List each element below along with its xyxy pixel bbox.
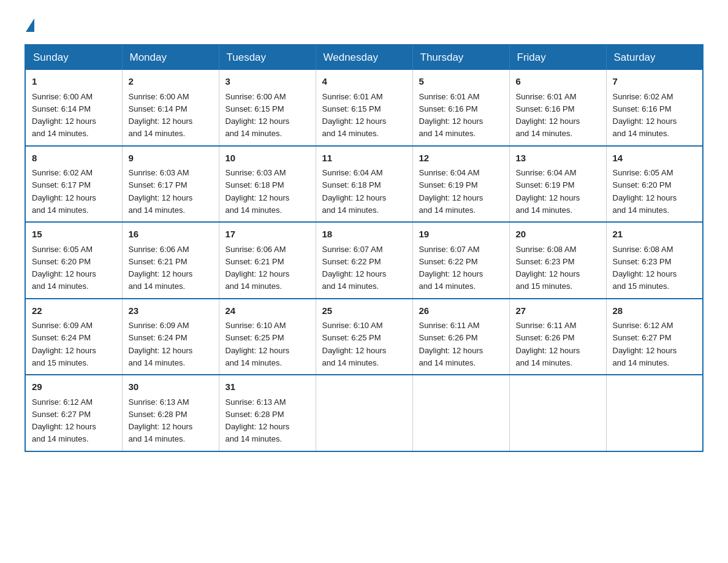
day-info: Sunrise: 6:04 AMSunset: 6:19 PMDaylight:… (419, 168, 483, 215)
day-info: Sunrise: 6:09 AMSunset: 6:24 PMDaylight:… (32, 321, 96, 367)
day-number: 7 (613, 75, 697, 89)
weekday-header-wednesday: Wednesday (316, 45, 412, 70)
calendar-week-row: 1Sunrise: 6:00 AMSunset: 6:14 PMDaylight… (25, 70, 703, 146)
logo (25, 18, 36, 32)
day-number: 25 (322, 304, 406, 318)
day-number: 2 (129, 75, 213, 89)
day-number: 9 (129, 151, 213, 166)
day-number: 30 (129, 380, 213, 394)
day-info: Sunrise: 6:13 AMSunset: 6:28 PMDaylight:… (226, 397, 290, 444)
day-info: Sunrise: 6:12 AMSunset: 6:27 PMDaylight:… (613, 321, 677, 367)
calendar-week-row: 15Sunrise: 6:05 AMSunset: 6:20 PMDayligh… (25, 222, 703, 299)
day-info: Sunrise: 6:06 AMSunset: 6:21 PMDaylight:… (129, 245, 193, 291)
calendar-cell: 20Sunrise: 6:08 AMSunset: 6:23 PMDayligh… (509, 222, 606, 299)
day-number: 20 (516, 228, 600, 242)
calendar-cell: 16Sunrise: 6:06 AMSunset: 6:21 PMDayligh… (122, 222, 219, 299)
day-info: Sunrise: 6:00 AMSunset: 6:15 PMDaylight:… (226, 92, 290, 139)
day-info: Sunrise: 6:08 AMSunset: 6:23 PMDaylight:… (613, 245, 677, 291)
day-number: 19 (419, 228, 503, 242)
calendar-header-row: SundayMondayTuesdayWednesdayThursdayFrid… (25, 45, 703, 70)
day-info: Sunrise: 6:04 AMSunset: 6:18 PMDaylight:… (322, 168, 387, 215)
day-info: Sunrise: 6:08 AMSunset: 6:23 PMDaylight:… (516, 245, 580, 291)
day-number: 1 (32, 75, 116, 89)
day-info: Sunrise: 6:00 AMSunset: 6:14 PMDaylight:… (129, 92, 193, 139)
calendar-week-row: 22Sunrise: 6:09 AMSunset: 6:24 PMDayligh… (25, 299, 703, 375)
day-info: Sunrise: 6:01 AMSunset: 6:15 PMDaylight:… (322, 92, 387, 139)
day-info: Sunrise: 6:13 AMSunset: 6:28 PMDaylight:… (129, 397, 193, 444)
logo-triangle-icon (26, 18, 34, 32)
day-number: 14 (613, 151, 697, 166)
day-number: 31 (226, 380, 309, 394)
page-header (25, 18, 703, 32)
day-info: Sunrise: 6:07 AMSunset: 6:22 PMDaylight:… (419, 245, 483, 291)
weekday-header-friday: Friday (509, 45, 606, 70)
day-number: 5 (419, 75, 503, 89)
calendar-cell: 23Sunrise: 6:09 AMSunset: 6:24 PMDayligh… (122, 299, 219, 375)
day-number: 24 (226, 304, 309, 318)
calendar-cell: 24Sunrise: 6:10 AMSunset: 6:25 PMDayligh… (219, 299, 316, 375)
day-info: Sunrise: 6:10 AMSunset: 6:25 PMDaylight:… (322, 321, 387, 367)
day-info: Sunrise: 6:11 AMSunset: 6:26 PMDaylight:… (419, 321, 483, 367)
calendar-cell: 8Sunrise: 6:02 AMSunset: 6:17 PMDaylight… (25, 146, 122, 223)
calendar-cell: 27Sunrise: 6:11 AMSunset: 6:26 PMDayligh… (509, 299, 606, 375)
calendar-cell: 7Sunrise: 6:02 AMSunset: 6:16 PMDaylight… (606, 70, 703, 146)
calendar-cell (412, 375, 509, 451)
calendar-cell: 28Sunrise: 6:12 AMSunset: 6:27 PMDayligh… (606, 299, 703, 375)
calendar-cell: 21Sunrise: 6:08 AMSunset: 6:23 PMDayligh… (606, 222, 703, 299)
calendar-cell: 13Sunrise: 6:04 AMSunset: 6:19 PMDayligh… (509, 146, 606, 223)
calendar-cell: 12Sunrise: 6:04 AMSunset: 6:19 PMDayligh… (412, 146, 509, 223)
day-number: 27 (516, 304, 600, 318)
calendar-cell: 10Sunrise: 6:03 AMSunset: 6:18 PMDayligh… (219, 146, 316, 223)
day-number: 26 (419, 304, 503, 318)
calendar-cell: 2Sunrise: 6:00 AMSunset: 6:14 PMDaylight… (122, 70, 219, 146)
calendar-cell (606, 375, 703, 451)
calendar-cell: 26Sunrise: 6:11 AMSunset: 6:26 PMDayligh… (412, 299, 509, 375)
day-number: 12 (419, 151, 503, 166)
calendar-cell: 1Sunrise: 6:00 AMSunset: 6:14 PMDaylight… (25, 70, 122, 146)
day-number: 28 (613, 304, 697, 318)
weekday-header-thursday: Thursday (412, 45, 509, 70)
calendar-cell: 9Sunrise: 6:03 AMSunset: 6:17 PMDaylight… (122, 146, 219, 223)
day-number: 29 (32, 380, 116, 394)
calendar-cell: 29Sunrise: 6:12 AMSunset: 6:27 PMDayligh… (25, 375, 122, 451)
calendar-cell: 25Sunrise: 6:10 AMSunset: 6:25 PMDayligh… (316, 299, 412, 375)
day-info: Sunrise: 6:01 AMSunset: 6:16 PMDaylight:… (419, 92, 483, 139)
day-info: Sunrise: 6:11 AMSunset: 6:26 PMDaylight:… (516, 321, 580, 367)
day-info: Sunrise: 6:05 AMSunset: 6:20 PMDaylight:… (613, 168, 677, 215)
day-number: 10 (226, 151, 309, 166)
calendar-cell: 5Sunrise: 6:01 AMSunset: 6:16 PMDaylight… (412, 70, 509, 146)
calendar-table: SundayMondayTuesdayWednesdayThursdayFrid… (25, 44, 703, 452)
weekday-header-monday: Monday (122, 45, 219, 70)
day-info: Sunrise: 6:00 AMSunset: 6:14 PMDaylight:… (32, 92, 96, 139)
weekday-header-tuesday: Tuesday (219, 45, 316, 70)
day-number: 13 (516, 151, 600, 166)
day-number: 18 (322, 228, 406, 242)
calendar-week-row: 29Sunrise: 6:12 AMSunset: 6:27 PMDayligh… (25, 375, 703, 451)
calendar-cell: 14Sunrise: 6:05 AMSunset: 6:20 PMDayligh… (606, 146, 703, 223)
day-number: 8 (32, 151, 116, 166)
day-info: Sunrise: 6:12 AMSunset: 6:27 PMDaylight:… (32, 397, 96, 444)
day-info: Sunrise: 6:03 AMSunset: 6:18 PMDaylight:… (226, 168, 290, 215)
day-info: Sunrise: 6:07 AMSunset: 6:22 PMDaylight:… (322, 245, 387, 291)
day-number: 21 (613, 228, 697, 242)
day-info: Sunrise: 6:04 AMSunset: 6:19 PMDaylight:… (516, 168, 580, 215)
calendar-cell: 3Sunrise: 6:00 AMSunset: 6:15 PMDaylight… (219, 70, 316, 146)
day-number: 15 (32, 228, 116, 242)
calendar-cell: 11Sunrise: 6:04 AMSunset: 6:18 PMDayligh… (316, 146, 412, 223)
day-number: 23 (129, 304, 213, 318)
day-info: Sunrise: 6:05 AMSunset: 6:20 PMDaylight:… (32, 245, 96, 291)
weekday-header-sunday: Sunday (25, 45, 122, 70)
day-info: Sunrise: 6:03 AMSunset: 6:17 PMDaylight:… (129, 168, 193, 215)
day-number: 4 (322, 75, 406, 89)
calendar-cell: 18Sunrise: 6:07 AMSunset: 6:22 PMDayligh… (316, 222, 412, 299)
day-number: 6 (516, 75, 600, 89)
calendar-cell: 22Sunrise: 6:09 AMSunset: 6:24 PMDayligh… (25, 299, 122, 375)
calendar-cell: 30Sunrise: 6:13 AMSunset: 6:28 PMDayligh… (122, 375, 219, 451)
calendar-week-row: 8Sunrise: 6:02 AMSunset: 6:17 PMDaylight… (25, 146, 703, 223)
day-info: Sunrise: 6:06 AMSunset: 6:21 PMDaylight:… (226, 245, 290, 291)
day-number: 3 (226, 75, 309, 89)
day-info: Sunrise: 6:09 AMSunset: 6:24 PMDaylight:… (129, 321, 193, 367)
day-info: Sunrise: 6:01 AMSunset: 6:16 PMDaylight:… (516, 92, 580, 139)
calendar-cell: 17Sunrise: 6:06 AMSunset: 6:21 PMDayligh… (219, 222, 316, 299)
day-number: 22 (32, 304, 116, 318)
